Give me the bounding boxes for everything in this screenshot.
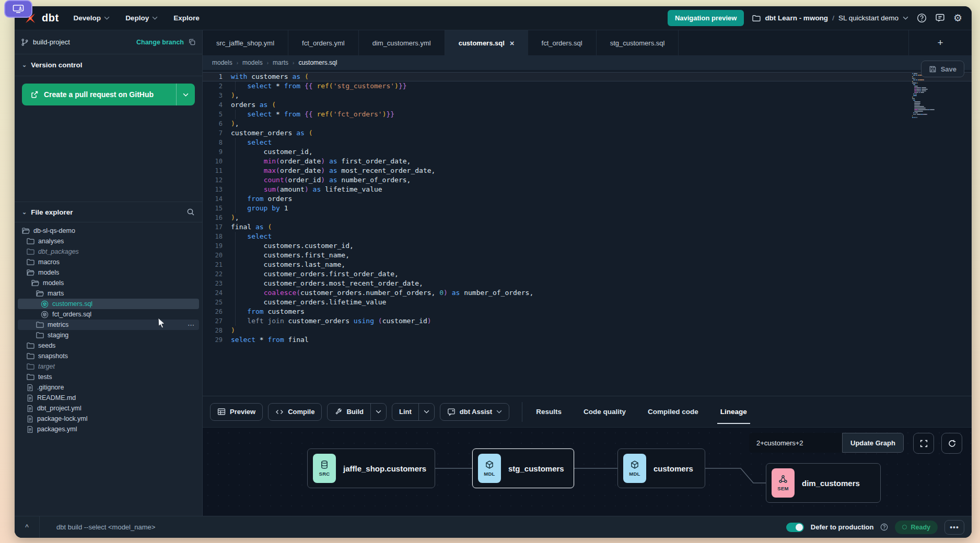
tree-item-marts[interactable]: marts	[18, 288, 199, 299]
tree-item-.gitignore[interactable]: .gitignore	[18, 382, 199, 393]
tree-item-README.md[interactable]: README.md	[18, 393, 199, 403]
code-editor[interactable]: 1with customers as (2 select * from {{ r…	[203, 70, 972, 396]
tree-item-models[interactable]: models	[18, 267, 199, 278]
file-explorer-header[interactable]: ⌄ File explorer	[15, 202, 202, 222]
command-placeholder[interactable]: dbt build --select <model_name>	[56, 523, 155, 531]
code-line[interactable]: 8 select	[203, 138, 972, 147]
code-line[interactable]: 14 from orders	[203, 194, 972, 204]
tree-item-db-sl-qs-demo[interactable]: db-sl-qs-demo	[18, 226, 199, 236]
code-line[interactable]: 21 customers.last_name,	[203, 260, 972, 269]
code-line[interactable]: 23 customer_orders.most_recent_order_dat…	[203, 279, 972, 288]
tree-item-macros[interactable]: macros	[18, 257, 199, 267]
search-icon[interactable]	[186, 208, 195, 216]
copy-icon[interactable]	[188, 38, 196, 46]
account-project-selector[interactable]: dbt Learn - mwong / SL quickstart demo	[752, 14, 908, 22]
new-tab-button[interactable]: +	[909, 30, 972, 55]
build-dropdown[interactable]	[370, 404, 386, 420]
code-line[interactable]: 7customer_orders as (	[203, 128, 972, 138]
tree-item-dbt_packages[interactable]: dbt_packages	[18, 246, 199, 257]
code-line[interactable]: 28)	[203, 326, 972, 335]
breadcrumb-item[interactable]: models	[242, 59, 263, 66]
code-line[interactable]: 11 max(order_date) as most_recent_order_…	[203, 166, 972, 175]
tree-item-snapshots[interactable]: snapshots	[18, 351, 199, 361]
code-line[interactable]: 1with customers as (	[203, 72, 972, 81]
row-menu-icon[interactable]: ⋯	[188, 321, 195, 329]
tab-src_jaffle_shop.yml[interactable]: src_jaffle_shop.yml	[203, 30, 288, 55]
update-graph-button[interactable]: Update Graph	[842, 433, 904, 453]
code-line[interactable]: 17final as (	[203, 222, 972, 232]
tree-item-customers.sql[interactable]: customers.sql	[18, 299, 199, 309]
code-line[interactable]: 10 min(order_date) as first_order_date,	[203, 157, 972, 166]
tree-item-target[interactable]: target	[18, 361, 199, 372]
fullscreen-icon[interactable]	[913, 433, 934, 454]
more-options-button[interactable]: •••	[944, 520, 964, 535]
tab-customers.sql[interactable]: customers.sql×	[445, 30, 528, 55]
code-line[interactable]: 27 left join customer_orders using (cust…	[203, 316, 972, 326]
help-icon[interactable]	[917, 13, 927, 23]
pr-button-dropdown[interactable]	[176, 84, 195, 105]
code-line[interactable]: 2 select * from {{ ref('stg_customers')}…	[203, 81, 972, 91]
console-tab-results[interactable]: Results	[535, 403, 563, 421]
console-tab-lineage[interactable]: Lineage	[719, 403, 748, 421]
tree-item-analyses[interactable]: analyses	[18, 236, 199, 246]
lineage-node-stg_customers[interactable]: MDLstg_customers	[472, 448, 574, 488]
code-line[interactable]: 19 customers.customer_id,	[203, 241, 972, 251]
close-icon[interactable]: ×	[510, 39, 515, 47]
lineage-node-jaffle_shop.customers[interactable]: SRCjaffle_shop.customers	[307, 448, 435, 488]
create-pull-request-button[interactable]: Create a pull request on GitHub	[22, 84, 195, 105]
code-line[interactable]: 12 count(order_id) as number_of_orders,	[203, 175, 972, 185]
lineage-filter-input[interactable]	[749, 433, 842, 453]
code-line[interactable]: 3),	[203, 91, 972, 100]
code-line[interactable]: 26 from customers	[203, 307, 972, 316]
editor-minimap[interactable]	[912, 73, 944, 119]
info-icon[interactable]	[880, 523, 888, 531]
gear-icon[interactable]: ⚙	[953, 13, 962, 23]
preview-button[interactable]: Preview	[211, 404, 262, 420]
tab-dim_customers.yml[interactable]: dim_customers.yml	[359, 30, 445, 55]
tree-item-package-lock.yml[interactable]: package-lock.yml	[18, 414, 199, 424]
code-line[interactable]: 15 group by 1	[203, 204, 972, 213]
tree-item-staging[interactable]: staging	[18, 330, 199, 340]
dbt-assist-button[interactable]: dbt Assist	[440, 404, 509, 420]
tree-item-seeds[interactable]: seeds	[18, 340, 199, 351]
tree-item-fct_orders.sql[interactable]: fct_orders.sql	[18, 309, 199, 320]
breadcrumb-item[interactable]: customers.sql	[298, 59, 337, 66]
code-line[interactable]: 4orders as (	[203, 100, 972, 110]
lint-button[interactable]: Lint	[392, 404, 418, 420]
code-line[interactable]: 16),	[203, 213, 972, 222]
code-line[interactable]: 6),	[203, 119, 972, 128]
save-button[interactable]: Save	[921, 61, 964, 77]
defer-to-production-toggle[interactable]	[786, 523, 804, 532]
expand-command-bar-button[interactable]: ^	[15, 516, 40, 538]
code-line[interactable]: 29select * from final	[203, 335, 972, 345]
console-tab-code-quality[interactable]: Code quality	[582, 403, 627, 421]
menu-develop[interactable]: Develop	[74, 14, 110, 22]
lint-dropdown[interactable]	[418, 404, 434, 420]
compile-button[interactable]: Compile	[269, 404, 321, 420]
code-line[interactable]: 20 customers.first_name,	[203, 251, 972, 260]
code-line[interactable]: 24 coalesce(customer_orders.number_of_or…	[203, 288, 972, 298]
tree-item-models[interactable]: models	[18, 278, 199, 288]
menu-deploy[interactable]: Deploy	[125, 14, 158, 22]
code-line[interactable]: 18 select	[203, 232, 972, 241]
breadcrumb-item[interactable]: models	[212, 59, 232, 66]
breadcrumb-item[interactable]: marts	[273, 59, 288, 66]
console-tab-compiled-code[interactable]: Compiled code	[647, 403, 699, 421]
code-line[interactable]: 13 sum(amount) as lifetime_value	[203, 185, 972, 194]
tree-item-dbt_project.yml[interactable]: dbt_project.yml	[18, 403, 199, 414]
tree-item-packages.yml[interactable]: packages.yml	[18, 424, 199, 434]
feedback-icon[interactable]	[935, 13, 945, 23]
code-line[interactable]: 25 customer_orders.lifetime_value	[203, 298, 972, 307]
code-line[interactable]: 5 select * from {{ ref('fct_orders')}}	[203, 110, 972, 119]
menu-explore[interactable]: Explore	[173, 14, 200, 22]
code-line[interactable]: 22 customer_orders.first_order_date,	[203, 269, 972, 279]
tab-stg_customers.sql[interactable]: stg_customers.sql	[597, 30, 679, 55]
tree-item-metrics[interactable]: metrics⋯	[18, 320, 199, 330]
tab-fct_orders.yml[interactable]: fct_orders.yml	[288, 30, 359, 55]
lineage-node-customers[interactable]: MDLcustomers	[617, 448, 705, 488]
build-button[interactable]: Build	[328, 404, 370, 420]
navigation-preview-button[interactable]: Navigation preview	[668, 10, 744, 26]
change-branch-link[interactable]: Change branch	[136, 39, 184, 46]
tab-fct_orders.sql[interactable]: fct_orders.sql	[528, 30, 597, 55]
tree-item-tests[interactable]: tests	[18, 372, 199, 382]
